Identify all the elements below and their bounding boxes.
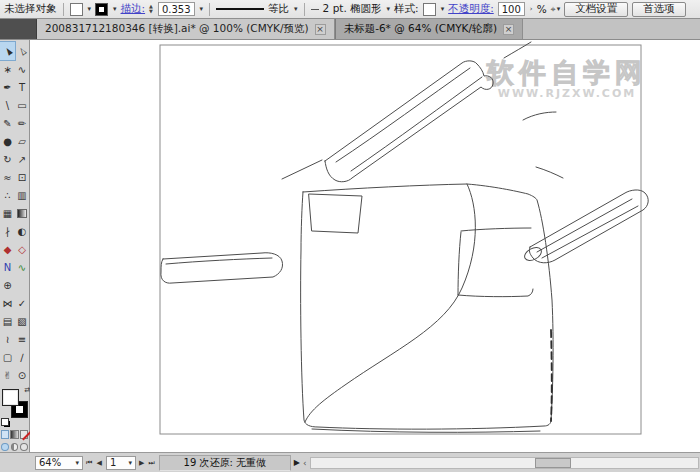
opacity-input[interactable]: 100	[498, 2, 525, 16]
fill-indicator-swatch[interactable]	[2, 389, 19, 406]
lasso-tool[interactable]: ∿	[15, 60, 29, 78]
align-list-tool[interactable]: ≡	[15, 330, 29, 348]
zoom-dropdown-icon[interactable]: ▾	[75, 459, 79, 467]
full-screen-menu-mode-button[interactable]	[11, 443, 19, 451]
profile-dropdown-icon[interactable]: ▾	[294, 5, 298, 13]
polyline-tool[interactable]: ≀	[0, 330, 15, 348]
stepper-down-icon[interactable]: ▼	[149, 9, 153, 14]
gradient-mode-button[interactable]	[10, 430, 18, 439]
screen-mode-buttons	[1, 443, 28, 451]
pen-tool[interactable]: ✒	[0, 78, 15, 96]
status-bar: 64% ▾ ⏮ ◀ 1 ▾ ▶ ⏭ 19 次还原: 无重做 ▶ ‹	[0, 452, 700, 472]
separator	[63, 3, 64, 16]
fill-color-swatch[interactable]	[70, 3, 83, 16]
tab-bar-corner	[0, 19, 37, 39]
zoom-tool[interactable]: ⊙	[15, 366, 29, 384]
tab-1-close-icon[interactable]: ×	[315, 24, 326, 35]
symbol-sprayer-tool[interactable]: ∴	[0, 186, 15, 204]
paintbrush-tool[interactable]: ✎	[0, 114, 15, 132]
document-setup-button[interactable]: 文档设置	[564, 2, 628, 17]
hscroll-left-arrow-icon[interactable]: ‹	[303, 458, 307, 468]
rectangle-tool[interactable]: ▭	[15, 96, 29, 114]
artboard-dropdown-icon[interactable]: ▾	[128, 459, 132, 467]
document-tab-2-title: 未标题-6* @ 64% (CMYK/轮廓)	[344, 22, 498, 36]
color-mode-button[interactable]	[1, 430, 9, 439]
tab-2-close-icon[interactable]: ×	[503, 24, 514, 35]
horizontal-scrollbar[interactable]	[310, 457, 699, 469]
document-tab-1[interactable]: 200831712180346 [转换].ai* @ 100% (CMYK/预览…	[37, 19, 335, 39]
pencil-tool[interactable]: ✏	[15, 114, 29, 132]
gradient-tool[interactable]	[15, 204, 29, 222]
type-tool[interactable]: T	[15, 78, 29, 96]
style-swatch[interactable]	[423, 3, 436, 16]
canvas-area[interactable]: 软件自学网 WWW.RJZXW.COM	[30, 40, 700, 452]
opacity-spinner-icon[interactable]: ›	[530, 5, 533, 13]
stroke-profile-preview	[216, 8, 264, 10]
artboard-number-combo[interactable]: 1 ▾	[106, 456, 136, 470]
artwork-svg: 软件自学网 WWW.RJZXW.COM	[30, 40, 700, 452]
opacity-unit-label: %	[537, 3, 547, 15]
document-tab-bar: 200831712180346 [转换].ai* @ 100% (CMYK/预览…	[0, 19, 700, 40]
warp-tool[interactable]: ≈	[0, 168, 15, 186]
toolbar-empty-cell	[15, 276, 29, 294]
slice-tool[interactable]: ⋈	[0, 294, 15, 312]
line-segment-tool[interactable]: \	[0, 96, 15, 114]
artboard-nav-next-last[interactable]: ▶ ⏭	[139, 459, 156, 467]
tab-bar-filler	[523, 19, 700, 39]
knife-tool[interactable]: ∕	[15, 348, 29, 366]
stroke-color-swatch[interactable]	[95, 3, 108, 16]
stroke-weight-stepper[interactable]: ▲ ▼	[149, 4, 153, 14]
fill-dropdown-icon[interactable]: ▾	[88, 5, 92, 13]
pot-right-edge-heavy	[551, 330, 552, 421]
select-similar-dropdown-icon[interactable]: ▾	[557, 5, 561, 13]
column-graph-tool[interactable]: ▥	[15, 186, 29, 204]
none-mode-button[interactable]	[20, 430, 28, 439]
preferences-button[interactable]: 首选项	[632, 2, 686, 17]
zoom-level-value: 64%	[39, 457, 61, 468]
full-screen-mode-button[interactable]	[20, 443, 28, 451]
direct-selection-tool[interactable]: ▻	[15, 42, 29, 60]
stroke-weight-input[interactable]: 0.353	[158, 2, 195, 16]
document-tab-2-active[interactable]: 未标题-6* @ 64% (CMYK/轮廓) ×	[335, 19, 524, 39]
crop-tool[interactable]: ▢	[0, 348, 15, 366]
document-tab-1-title: 200831712180346 [转换].ai* @ 100% (CMYK/预览…	[45, 22, 309, 36]
paint-mode-buttons	[1, 430, 28, 439]
mesh-tool[interactable]: ▦	[0, 204, 15, 222]
scale-tool[interactable]: ↗	[15, 150, 29, 168]
page-tool[interactable]: ▧	[15, 312, 29, 330]
perspective-grid-tool[interactable]: N	[0, 258, 15, 276]
artboard-tool[interactable]: ⊕	[0, 276, 15, 294]
watermark-url: WWW.RJZXW.COM	[498, 87, 637, 100]
stroke-weight-dropdown-icon[interactable]: ▾	[200, 5, 204, 13]
blend-tool[interactable]: ◐	[15, 222, 29, 240]
live-paint-bucket-tool[interactable]: ◆	[0, 240, 15, 258]
status-undo-display: 19 次还原: 无重做	[159, 455, 291, 471]
artboard-nav-first-prev[interactable]: ⏮ ◀	[86, 459, 103, 467]
stroke-panel-link[interactable]: 描边:	[121, 2, 146, 16]
opacity-panel-link[interactable]: 不透明度:	[448, 2, 494, 16]
selection-tool[interactable]: ►	[0, 42, 15, 60]
tools-panel: ►▻∗∿✒T\▭✎✏●▱↻↗≈⊡∴▥▦∤◐◆◇N∿⊕⋈✓▤▧≀≡▢∕✌⊙ ⇄	[0, 40, 30, 452]
hand-tool[interactable]: ✌	[0, 366, 15, 384]
style-dropdown-icon[interactable]: ▾	[441, 5, 445, 13]
default-fill-stroke-icon[interactable]	[1, 418, 9, 426]
chart-table-tool[interactable]: ▤	[0, 312, 15, 330]
eyedropper-tool[interactable]: ∤	[0, 222, 15, 240]
no-selection-label: 未选择对象	[4, 2, 57, 16]
separator	[304, 3, 305, 16]
smooth-color-tool[interactable]: ∿	[15, 258, 29, 276]
status-flyout-icon[interactable]: ▶	[294, 458, 300, 467]
horizontal-scrollbar-thumb[interactable]	[535, 458, 571, 468]
normal-screen-mode-button[interactable]	[1, 443, 9, 451]
free-transform-tool[interactable]: ⊡	[15, 168, 29, 186]
live-paint-selection-tool[interactable]: ◇	[15, 240, 29, 258]
stroke-dropdown-icon[interactable]: ▾	[113, 5, 117, 13]
blob-brush-tool[interactable]: ●	[0, 132, 15, 150]
slice-selection-tool[interactable]: ✓	[15, 294, 29, 312]
magic-wand-tool[interactable]: ∗	[0, 60, 15, 78]
zoom-level-combo[interactable]: 64% ▾	[35, 456, 83, 470]
eraser-tool[interactable]: ▱	[15, 132, 29, 150]
select-similar-icon[interactable]: ⌖▾	[551, 4, 561, 15]
rotate-tool[interactable]: ↻	[0, 150, 15, 168]
brush-dropdown-icon[interactable]: ▾	[387, 5, 391, 13]
